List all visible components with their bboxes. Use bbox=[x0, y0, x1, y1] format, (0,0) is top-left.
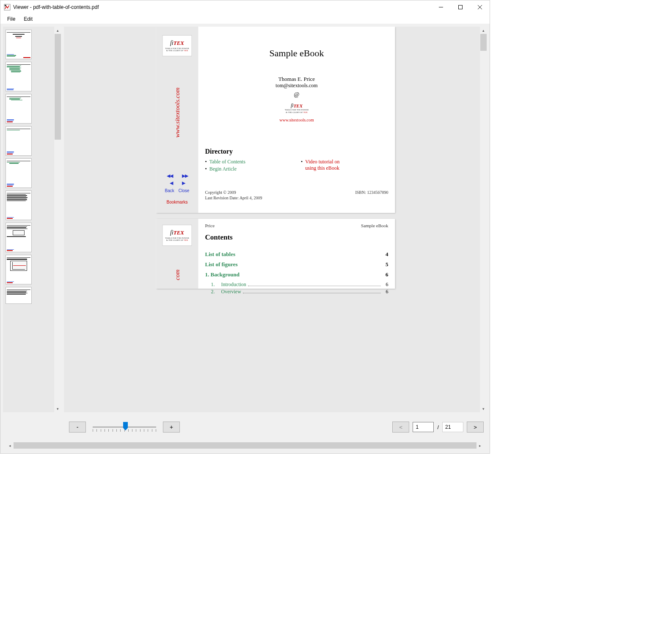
sidebar-url-partial[interactable]: com bbox=[174, 270, 181, 280]
header-author: Price bbox=[205, 223, 215, 228]
contents-heading: Contents bbox=[205, 233, 388, 242]
directory-columns: •Table of Contents •Begin Article •Video… bbox=[205, 158, 388, 173]
thumbnails-pane: ▴ ▾ bbox=[3, 27, 61, 412]
main-viewer-pane: ſiTEX TOOLS FOR THE POWER& THE GLORY OF … bbox=[64, 27, 487, 412]
nav-back-link[interactable]: Back bbox=[165, 188, 174, 193]
toc-background[interactable]: 1. Background 6 bbox=[205, 271, 388, 278]
sitex-logo: ſiTEX TOOLS FOR THE POWER& THE GLORY OF … bbox=[162, 225, 192, 246]
thumbnail-1[interactable] bbox=[6, 30, 32, 59]
toc-list-of-figures[interactable]: List of figures 5 bbox=[205, 261, 388, 268]
bullet-icon: • bbox=[205, 159, 207, 165]
at-symbol: @ bbox=[205, 91, 388, 98]
svg-point-1 bbox=[5, 5, 6, 6]
dir-begin-link[interactable]: Begin Article bbox=[209, 166, 237, 172]
author-name: Thomas E. Price bbox=[205, 76, 388, 83]
titlebar: Viewer - pdf-with-table-of-contents.pdf bbox=[0, 0, 490, 14]
thumbnail-6[interactable] bbox=[6, 190, 32, 220]
toc-introduction[interactable]: 1. Introduction 6 bbox=[211, 281, 388, 288]
menu-file[interactable]: File bbox=[3, 15, 19, 23]
thumbnails-list[interactable] bbox=[3, 27, 61, 412]
menu-edit[interactable]: Edit bbox=[19, 15, 37, 23]
author-email: tom@sitextools.com bbox=[205, 83, 388, 89]
header-title: Sample eBook bbox=[361, 223, 388, 228]
dir-toc-link[interactable]: Table of Contents bbox=[209, 159, 245, 165]
inline-sitex-logo: ſiTEX TOOLS FOR THE POWER& THE GLORY OF … bbox=[284, 100, 309, 116]
nav-close-link[interactable]: Close bbox=[179, 188, 190, 193]
page-1-sidebar: ſiTEX TOOLS FOR THE POWER& THE GLORY OF … bbox=[156, 27, 198, 213]
pdf-page-1: ſiTEX TOOLS FOR THE POWER& THE GLORY OF … bbox=[156, 27, 395, 213]
page-2-body: Price Sample eBook Contents List of tabl… bbox=[198, 219, 395, 289]
zoom-out-button[interactable]: - bbox=[69, 422, 86, 433]
scroll-down-icon[interactable]: ▾ bbox=[480, 405, 487, 412]
copyright-text: Copyright © 2009 bbox=[205, 190, 262, 195]
bookmarks-link[interactable]: Bookmarks bbox=[166, 200, 187, 204]
thumbnail-9[interactable] bbox=[6, 287, 32, 304]
toolbar: - + < / 21 > bbox=[3, 415, 487, 439]
thumbnail-4[interactable] bbox=[6, 126, 32, 156]
content-area: ▴ ▾ ſiTEX bbox=[0, 24, 490, 453]
maximize-button[interactable] bbox=[451, 0, 470, 14]
main-scrollbar[interactable]: ▴ ▾ bbox=[480, 27, 487, 412]
minimize-button[interactable] bbox=[431, 0, 451, 14]
toc-overview[interactable]: 2. Overview 6 bbox=[211, 289, 388, 295]
sidebar-url[interactable]: www.sitextools.com bbox=[174, 88, 181, 138]
slider-ticks bbox=[93, 429, 156, 432]
toc-list-of-tables[interactable]: List of tables 4 bbox=[205, 251, 388, 258]
page-separator: / bbox=[437, 424, 439, 430]
app-icon bbox=[4, 4, 11, 11]
thumbnail-3[interactable] bbox=[6, 94, 32, 124]
thumbnail-5[interactable] bbox=[6, 158, 32, 188]
nav-next-icon[interactable]: ▶ bbox=[182, 180, 185, 186]
thumbnail-2[interactable] bbox=[6, 62, 32, 91]
pdf-nav-controls: ◀◀ ▶▶ ◀ ▶ Back Close bbox=[165, 173, 190, 204]
nav-last-icon[interactable]: ▶▶ bbox=[182, 173, 188, 179]
h-scrollbar-thumb[interactable] bbox=[14, 442, 476, 449]
menubar: File Edit bbox=[0, 14, 490, 24]
nav-prev-icon[interactable]: ◀ bbox=[170, 180, 173, 186]
page-2-sidebar: ſiTEX TOOLS FOR THE POWER& THE GLORY OF … bbox=[156, 219, 198, 289]
page-1-body: Sample eBook Thomas E. Price tom@sitexto… bbox=[198, 27, 395, 213]
page-2-header: Price Sample eBook bbox=[205, 223, 388, 228]
ebook-title: Sample eBook bbox=[205, 48, 388, 59]
scrollbar-track[interactable] bbox=[54, 34, 61, 405]
app-window: Viewer - pdf-with-table-of-contents.pdf … bbox=[0, 0, 490, 454]
revision-text: Last Revision Date: April 4, 2009 bbox=[205, 196, 262, 200]
scrollbar-thumb[interactable] bbox=[55, 34, 61, 140]
thumbnail-8[interactable] bbox=[6, 255, 32, 284]
bullet-icon: • bbox=[205, 166, 207, 172]
window-controls bbox=[431, 0, 490, 14]
logo-tex: TEX bbox=[174, 40, 184, 47]
scroll-up-icon[interactable]: ▴ bbox=[54, 27, 61, 34]
directory-heading: Directory bbox=[205, 148, 388, 155]
logo-tagline: TOOLS FOR THE POWER& THE GLORY OF TEX bbox=[165, 47, 189, 52]
bullet-icon: • bbox=[301, 159, 303, 165]
prev-page-button[interactable]: < bbox=[392, 422, 409, 433]
nav-first-icon[interactable]: ◀◀ bbox=[167, 173, 173, 179]
page-wrap: ſiTEX TOOLS FOR THE POWER& THE GLORY OF … bbox=[156, 27, 395, 295]
scroll-right-icon[interactable]: ▸ bbox=[476, 442, 484, 449]
thumbnail-7[interactable] bbox=[6, 223, 32, 252]
logo-integral: ſi bbox=[170, 40, 174, 47]
close-button[interactable] bbox=[470, 0, 490, 14]
main-scrollbar-thumb[interactable] bbox=[480, 34, 487, 51]
isbn-text: ISBN: 1234567890 bbox=[355, 190, 388, 200]
next-page-button[interactable]: > bbox=[467, 422, 484, 433]
current-page-input[interactable] bbox=[413, 422, 434, 432]
window-title: Viewer - pdf-with-table-of-contents.pdf bbox=[13, 4, 431, 10]
sitex-logo: ſiTEX TOOLS FOR THE POWER& THE GLORY OF … bbox=[162, 35, 192, 56]
svg-rect-3 bbox=[459, 6, 463, 9]
zoom-in-button[interactable]: + bbox=[163, 422, 180, 433]
site-url[interactable]: www.sitextools.com bbox=[205, 118, 388, 122]
scroll-left-icon[interactable]: ◂ bbox=[6, 442, 14, 449]
scroll-up-icon[interactable]: ▴ bbox=[480, 27, 487, 34]
thumbnails-scrollbar[interactable]: ▴ ▾ bbox=[54, 27, 61, 412]
horizontal-scrollbar[interactable]: ◂ ▸ bbox=[6, 442, 484, 449]
main-scroll-area[interactable]: ſiTEX TOOLS FOR THE POWER& THE GLORY OF … bbox=[64, 27, 487, 412]
zoom-slider[interactable] bbox=[93, 422, 156, 433]
panes: ▴ ▾ ſiTEX bbox=[3, 27, 487, 412]
total-pages: 21 bbox=[442, 422, 463, 432]
pdf-page-2: ſiTEX TOOLS FOR THE POWER& THE GLORY OF … bbox=[156, 219, 395, 289]
scroll-down-icon[interactable]: ▾ bbox=[54, 405, 61, 412]
dir-video-link[interactable]: Video tutorial onusing this eBook bbox=[305, 159, 339, 171]
copyright-row: Copyright © 2009 Last Revision Date: Apr… bbox=[205, 190, 388, 200]
